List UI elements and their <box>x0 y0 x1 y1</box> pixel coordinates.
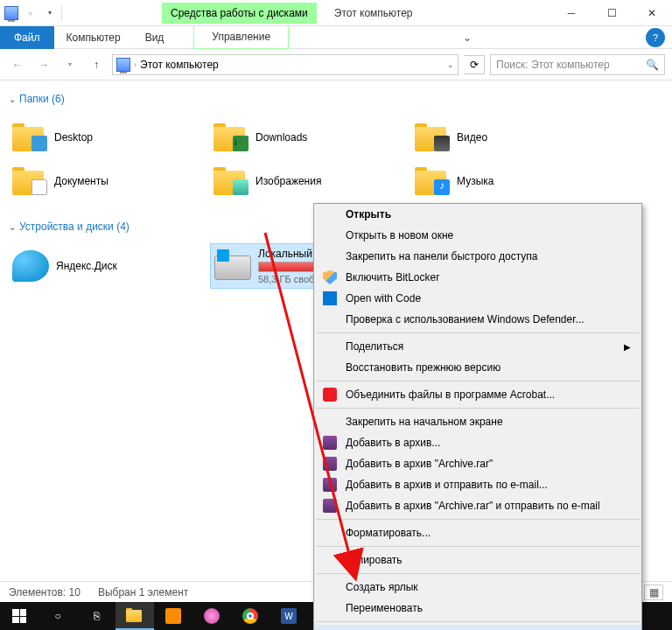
folders-section-header[interactable]: Папки (6) <box>0 89 672 108</box>
folder-documents[interactable]: Документы <box>9 159 210 203</box>
separator <box>316 519 640 520</box>
start-button[interactable] <box>0 602 38 630</box>
ctx-defender-scan[interactable]: Проверка с использованием Windows Defend… <box>314 309 641 330</box>
folder-icon <box>12 165 47 197</box>
folder-icon <box>12 122 47 153</box>
item-count: Элементов: 10 <box>9 586 80 598</box>
ctx-format[interactable]: Форматировать... <box>314 522 641 543</box>
separator <box>316 546 640 547</box>
ctx-copy[interactable]: Копировать <box>314 550 641 570</box>
help-button[interactable]: ? <box>646 28 665 47</box>
hdd-icon <box>214 256 251 280</box>
file-tab[interactable]: Файл <box>0 26 54 49</box>
titlebar: ▫ ▾ Средства работы с дисками Этот компь… <box>0 0 672 26</box>
ctx-properties[interactable]: Свойства <box>314 625 641 630</box>
contextual-tab-label: Средства работы с дисками <box>162 3 317 24</box>
drive-yandex[interactable]: Яндекс.Диск <box>9 243 210 289</box>
ctx-add-archive-rar[interactable]: Добавить в архив "Archive.rar" <box>314 453 641 474</box>
forward-button: → <box>33 54 54 75</box>
cloud-icon <box>12 250 49 282</box>
folder-label: Документы <box>54 175 108 187</box>
quick-access-toolbar: ▫ ▾ <box>0 5 66 21</box>
ctx-archive-rar-email[interactable]: Добавить в архив "Archive.rar" и отправи… <box>314 495 641 516</box>
search-input[interactable]: Поиск: Этот компьютер 🔍 <box>490 54 665 75</box>
close-button[interactable]: ✕ <box>632 0 672 26</box>
drive-label: Яндекс.Диск <box>56 260 117 272</box>
ctx-create-shortcut[interactable]: Создать ярлык <box>314 577 641 598</box>
ribbon-expand-icon[interactable]: ⌄ <box>458 32 477 44</box>
folder-label: Изображения <box>256 175 321 187</box>
acrobat-icon <box>323 388 337 402</box>
qat-dropdown[interactable]: ▾ <box>42 5 58 21</box>
explorer-taskbar-icon[interactable] <box>116 602 154 630</box>
up-button[interactable]: ↑ <box>86 54 107 75</box>
ctx-add-archive[interactable]: Добавить в архив... <box>314 432 641 453</box>
qat-item[interactable]: ▫ <box>23 5 38 21</box>
folder-icon <box>214 165 248 197</box>
maximize-button[interactable]: ☐ <box>592 0 632 26</box>
chevron-right-icon: › <box>134 60 136 69</box>
search-placeholder: Поиск: Этот компьютер <box>496 59 646 71</box>
shield-icon <box>323 270 337 284</box>
winrar-icon <box>323 478 337 492</box>
app-icon <box>4 5 19 21</box>
ctx-open-with-code[interactable]: Open with Code <box>314 288 641 309</box>
ctx-archive-email[interactable]: Добавить в архив и отправить по e-mail..… <box>314 474 641 495</box>
word-taskbar-icon[interactable]: W <box>270 602 308 630</box>
separator <box>316 408 640 409</box>
movies-taskbar-icon[interactable] <box>154 602 192 630</box>
folder-label: Видео <box>457 131 487 144</box>
chrome-taskbar-icon[interactable] <box>231 602 270 630</box>
ctx-rename[interactable]: Переименовать <box>314 598 641 619</box>
separator <box>316 573 640 574</box>
ctx-share[interactable]: Поделиться▶ <box>314 336 641 357</box>
ctx-pin-quick-access[interactable]: Закрепить на панели быстрого доступа <box>314 246 641 267</box>
folder-music[interactable]: ♪Музыка <box>411 159 612 203</box>
ctx-acrobat-combine[interactable]: Объединить файлы в программе Acrobat... <box>314 384 641 405</box>
folder-icon: ♪ <box>415 165 450 197</box>
context-menu: Открыть Открыть в новом окне Закрепить н… <box>313 203 642 630</box>
folder-pictures[interactable]: Изображения <box>210 159 411 203</box>
computer-tab[interactable]: Компьютер <box>54 26 133 49</box>
minimize-button[interactable]: ─ <box>551 0 592 26</box>
ctx-bitlocker[interactable]: Включить BitLocker <box>314 267 641 288</box>
ctx-open-new-window[interactable]: Открыть в новом окне <box>314 225 641 246</box>
separator <box>316 381 640 382</box>
ctx-pin-start[interactable]: Закрепить на начальном экране <box>314 411 641 432</box>
ctx-restore-version[interactable]: Восстановить прежнюю версию <box>314 357 641 378</box>
folder-label: Downloads <box>256 131 307 144</box>
task-view-button[interactable]: ⎘ <box>77 602 116 630</box>
address-bar[interactable]: › Этот компьютер ⌄ <box>112 54 458 75</box>
separator <box>316 332 640 333</box>
winrar-icon <box>323 457 337 471</box>
vscode-icon <box>323 291 337 305</box>
pc-icon <box>116 58 130 72</box>
search-icon: 🔍 <box>646 59 659 71</box>
selection-count: Выбран 1 элемент <box>98 586 188 598</box>
window-title: Этот компьютер <box>334 7 413 19</box>
folder-desktop[interactable]: Desktop <box>9 116 210 159</box>
winrar-icon <box>323 499 337 513</box>
folder-label: Музыка <box>457 175 494 187</box>
view-icons-button[interactable]: ▦ <box>644 584 663 600</box>
app-taskbar-icon[interactable] <box>192 602 231 630</box>
ctx-open[interactable]: Открыть <box>314 204 641 225</box>
folder-icon <box>415 122 450 153</box>
manage-tab[interactable]: Управление <box>193 26 289 49</box>
winrar-icon <box>323 436 337 450</box>
folder-icon: ↓ <box>214 122 248 153</box>
chevron-right-icon: ▶ <box>624 342 631 352</box>
back-button[interactable]: ← <box>7 54 28 75</box>
folder-videos[interactable]: Видео <box>411 116 612 159</box>
address-text: Этот компьютер <box>140 59 219 71</box>
recent-dropdown[interactable]: ▾ <box>60 54 80 75</box>
folder-downloads[interactable]: ↓Downloads <box>210 116 411 159</box>
view-tab[interactable]: Вид <box>133 26 177 49</box>
navigation-bar: ← → ▾ ↑ › Этот компьютер ⌄ ⟳ Поиск: Этот… <box>0 49 672 80</box>
search-button[interactable]: ○ <box>38 602 77 630</box>
folder-label: Desktop <box>54 131 93 144</box>
ribbon: Файл Компьютер Вид Управление ⌄ ? <box>0 26 672 49</box>
address-dropdown-icon[interactable]: ⌄ <box>447 60 454 69</box>
separator <box>316 621 640 622</box>
refresh-button[interactable]: ⟳ <box>464 55 485 74</box>
